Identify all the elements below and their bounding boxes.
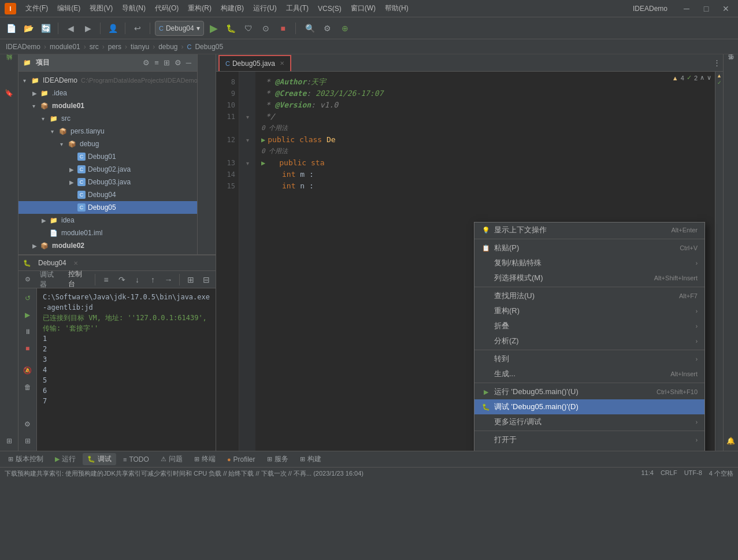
status-crlf[interactable]: CRLF <box>661 469 677 478</box>
back-button[interactable]: ◀ <box>63 21 78 36</box>
bottom-tab-problems[interactable]: ⚠ 问题 <box>156 453 187 465</box>
profiler-run-button[interactable]: ⊙ <box>258 21 273 36</box>
stop-button[interactable]: ■ <box>276 21 291 36</box>
structure-icon[interactable]: 结构 <box>2 57 17 72</box>
debug-step-out-btn[interactable]: ↑ <box>146 272 160 287</box>
run-config-dropdown[interactable]: C Debug04 ▾ <box>155 21 204 36</box>
ctx-run[interactable]: ▶ 运行 'Debug05.main()'(U) Ctrl+Shift+F10 <box>474 384 704 399</box>
ctx-open-in[interactable]: 打开于 › <box>474 432 704 447</box>
project-minimize-icon[interactable]: ─ <box>185 57 192 68</box>
menu-build[interactable]: 构建(B) <box>217 2 247 14</box>
breadcrumb-item-src[interactable]: src <box>90 43 99 51</box>
tree-item-debug02[interactable]: ▶ C Debug02.java <box>18 163 197 176</box>
tree-item-module01[interactable]: ▾ 📦 module01 <box>18 99 197 112</box>
debug-restart-btn[interactable]: ↺ <box>20 291 35 306</box>
ctx-paste[interactable]: 📋 粘贴(P) Ctrl+V <box>474 240 704 255</box>
menu-file[interactable]: 文件(F) <box>22 2 51 14</box>
debug-stop-btn[interactable]: ■ <box>20 341 35 356</box>
bottom-tab-vcs[interactable]: ⊞ 版本控制 <box>3 453 48 465</box>
menu-window[interactable]: 窗口(W) <box>347 2 379 14</box>
breadcrumb-item-ideademo[interactable]: IDEADemo <box>6 43 40 51</box>
settings-button[interactable]: ⚙ <box>320 21 335 36</box>
status-encoding[interactable]: UTF-8 <box>684 469 702 478</box>
menu-nav[interactable]: 导航(N) <box>118 2 149 14</box>
menu-run[interactable]: 运行(U) <box>250 2 280 14</box>
nav-up-btn[interactable]: ∧ <box>700 74 704 81</box>
tree-item-ideademo[interactable]: ▾ 📁 IDEADemo C:\ProgramData\IdeaProjects… <box>18 74 197 87</box>
bottom-tab-build[interactable]: ⊞ 构建 <box>295 453 326 465</box>
status-indent[interactable]: 4 个空格 <box>709 469 733 478</box>
breadcrumb-item-debug[interactable]: debug <box>158 43 177 51</box>
ctx-find-usages[interactable]: 查找用法(U) Alt+F7 <box>474 288 704 303</box>
expand-all-icon[interactable]: ⊞ <box>162 57 171 68</box>
tree-item-idea2[interactable]: ▶ 📁 idea <box>18 214 197 227</box>
status-line-col[interactable]: 11:4 <box>641 469 653 478</box>
ctx-fold[interactable]: 折叠 › <box>474 318 704 333</box>
ctx-show-context[interactable]: 💡 显示上下文操作 Alt+Enter <box>474 222 704 238</box>
bottom-tab-debug[interactable]: 🐛 调试 <box>83 453 116 465</box>
nav-down-btn[interactable]: ∨ <box>707 74 711 81</box>
sync-button[interactable]: 🔄 <box>38 21 53 36</box>
search-everywhere-button[interactable]: 🔍 <box>303 21 318 36</box>
menu-view[interactable]: 视图(V) <box>86 2 116 14</box>
debug-mute-btn[interactable]: 🔕 <box>20 363 35 378</box>
tree-item-module01iml[interactable]: ▶ 📄 module01.iml <box>18 227 197 239</box>
menu-tools[interactable]: 工具(T) <box>283 2 312 14</box>
ctx-generate[interactable]: 生成... Alt+Insert <box>474 366 704 381</box>
bottom-tab-services[interactable]: ⊞ 服务 <box>262 453 293 465</box>
update-button[interactable]: ⊕ <box>338 21 353 36</box>
breadcrumb-item-module01[interactable]: module01 <box>50 43 80 51</box>
open-button[interactable]: 📂 <box>21 21 36 36</box>
forward-button[interactable]: ▶ <box>80 21 95 36</box>
ctx-refactor[interactable]: 重构(R) › <box>474 303 704 318</box>
project-gear-icon[interactable]: ⚙ <box>173 57 183 68</box>
debug-button[interactable]: 🐛 <box>224 21 239 36</box>
bottom-tab-terminal[interactable]: ⊞ 终端 <box>190 453 220 465</box>
debug-clear-btn[interactable]: 🗑 <box>20 380 35 395</box>
debug-settings2-btn[interactable]: ⚙ <box>20 417 35 432</box>
terminal-side-icon[interactable]: ⊞ <box>2 433 17 448</box>
breadcrumb-item-tianyu[interactable]: tianyu <box>131 43 149 51</box>
project-settings-icon[interactable]: ⚙ <box>142 57 151 68</box>
ctx-debug[interactable]: 🐛 调试 'Debug05.main()'(D) <box>474 399 704 414</box>
ctx-more-run[interactable]: 更多运行/调试 › <box>474 414 704 429</box>
menu-refactor[interactable]: 重构(R) <box>184 2 215 14</box>
debug-settings-btn[interactable]: ⚙ <box>21 272 35 287</box>
run-button[interactable]: ▶ <box>206 21 221 36</box>
right-icon-notifications[interactable]: 🔔 <box>724 433 739 448</box>
coverage-button[interactable]: 🛡 <box>241 21 256 36</box>
editor-tab-debug05[interactable]: C Debug05.java ✕ <box>218 55 291 71</box>
ctx-goto[interactable]: 转到 › <box>474 351 704 366</box>
debug-resume-btn[interactable]: ▶ <box>20 307 35 322</box>
debug-step-into-btn[interactable]: ↓ <box>130 272 144 287</box>
debug-step-over-btn[interactable]: ↷ <box>114 272 129 287</box>
debug-layout-btn[interactable]: ⊞ <box>20 433 35 448</box>
debug-subtab-debugger[interactable]: 调试器 <box>36 269 64 291</box>
bookmark-icon[interactable]: 🔖 <box>2 86 17 101</box>
editor-tab-close-icon[interactable]: ✕ <box>280 60 284 66</box>
new-file-button[interactable]: 📄 <box>3 21 18 36</box>
debug-all-threads-btn[interactable]: ≡ <box>99 272 113 287</box>
breadcrumb-item-debug05[interactable]: Debug05 <box>195 43 223 51</box>
menu-code[interactable]: 代码(O) <box>151 2 182 14</box>
tree-item-pers-tianyu[interactable]: ▾ 📦 pers.tianyu <box>18 125 197 138</box>
tree-item-debug03[interactable]: ▶ C Debug03.java <box>18 176 197 188</box>
tree-item-debug-folder[interactable]: ▾ 📦 debug <box>18 138 197 150</box>
maximize-button[interactable]: □ <box>699 1 714 16</box>
collapse-all-icon[interactable]: ≡ <box>153 57 160 68</box>
tree-item-debug05[interactable]: ▶ C Debug05 <box>18 201 197 214</box>
tree-item-module02[interactable]: ▶ 📦 module02 <box>18 239 197 252</box>
debug-subtab-console[interactable]: 控制台 <box>65 268 92 291</box>
bottom-tab-todo[interactable]: ≡ TODO <box>118 454 154 465</box>
ctx-analyze[interactable]: 分析(Z) › <box>474 333 704 348</box>
debug-run-cursor-btn[interactable]: → <box>161 272 176 287</box>
tree-item-debug04[interactable]: ▶ C Debug04 <box>18 188 197 201</box>
bottom-tab-run[interactable]: ▶ 运行 <box>50 453 80 465</box>
editor-tabs-more-button[interactable]: ⋮ <box>713 58 721 67</box>
ctx-local-history[interactable]: 本地历史记录(H) › <box>474 447 704 451</box>
minimize-button[interactable]: ─ <box>679 1 694 16</box>
debug-frames-btn[interactable]: ⊞ <box>183 272 198 287</box>
menu-edit[interactable]: 编辑(E) <box>54 2 84 14</box>
ctx-paste-special[interactable]: 复制/粘贴特殊 › <box>474 255 704 270</box>
tree-item-debug01[interactable]: ▶ C Debug01 <box>18 150 197 163</box>
